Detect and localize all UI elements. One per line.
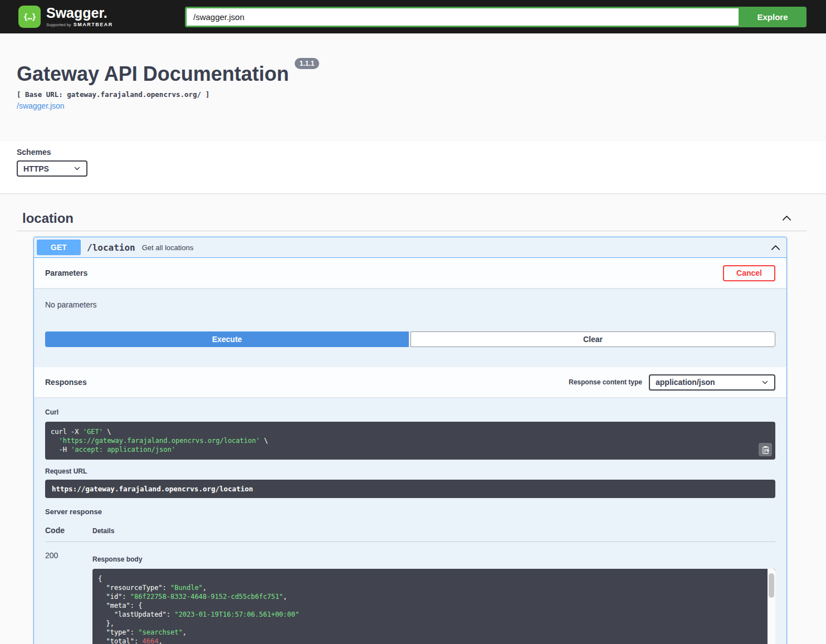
code-column-header: Code (45, 526, 92, 535)
curl-label: Curl (45, 408, 775, 416)
operation-collapse-button[interactable] (770, 242, 781, 253)
response-body-label: Response body (92, 555, 775, 563)
tag-section-location: location GET /location Get all locations… (0, 193, 826, 644)
response-body-code: { "resourceType": "Bundle", "id": "86f22… (98, 574, 762, 644)
schemes-selected-value: HTTPS (23, 164, 49, 173)
execute-wrapper: Execute Clear (34, 331, 786, 367)
responses-content: Curl curl -X 'GET' \ 'https://gateway.fa… (34, 397, 786, 644)
supported-by: Supported by SMARTBEAR (46, 22, 113, 27)
brand-name: Swagger. (46, 6, 113, 20)
version-badge: 1.1.1 (295, 58, 320, 69)
scrollbar-thumb[interactable] (769, 573, 774, 598)
scrollbar-track[interactable] (768, 569, 775, 644)
request-url-value: https://gateway.farajaland.opencrvs.org/… (45, 480, 775, 498)
api-title-text: Gateway API Documentation (17, 62, 289, 85)
details-column-header: Details (92, 526, 114, 535)
operation-path: /location (87, 242, 135, 253)
page-title: Gateway API Documentation1.1.1 (17, 62, 807, 86)
cancel-button[interactable]: Cancel (723, 265, 775, 281)
brand-text: Swagger. Supported by SMARTBEAR (46, 6, 113, 27)
no-parameters-text: No parameters (45, 300, 97, 309)
parameters-content: No parameters (34, 288, 786, 331)
response-content-type-label: Response content type (569, 378, 642, 386)
tag-title: location (22, 211, 74, 226)
copy-to-clipboard-button[interactable] (759, 443, 772, 456)
schemes-label: Schemes (17, 148, 809, 157)
tag-header-location[interactable]: location (17, 206, 807, 231)
method-badge: GET (37, 240, 81, 255)
response-content-type-wrap: Response content type application/json (569, 374, 775, 391)
chevron-down-icon (761, 379, 769, 386)
response-row-200: 200 Response body { "resourceType": "Bun… (45, 542, 775, 644)
swagger-logo-icon: {…} (18, 6, 41, 28)
spec-url-form: Explore (185, 7, 807, 27)
response-content-type-select[interactable]: application/json (649, 374, 775, 391)
chevron-up-icon (781, 213, 792, 223)
execute-button[interactable]: Execute (45, 331, 409, 347)
base-url: [ Base URL: gateway.farajaland.opencrvs.… (17, 90, 807, 99)
chevron-down-icon (74, 165, 81, 172)
responses-header: Responses Response content type applicat… (34, 367, 786, 397)
server-response-table: Code Details 200 Response body { "resour… (45, 520, 775, 644)
request-url-label: Request URL (45, 467, 775, 475)
explore-button[interactable]: Explore (739, 7, 807, 27)
parameters-header: Parameters Cancel (34, 258, 786, 288)
info-section: Gateway API Documentation1.1.1 [ Base UR… (0, 33, 826, 110)
curl-code: curl -X 'GET' \ 'https://gateway.farajal… (51, 427, 770, 454)
clipboard-icon (761, 446, 770, 454)
response-details-cell: Response body { "resourceType": "Bundle"… (92, 551, 775, 644)
swagger-brand: {…} Swagger. Supported by SMARTBEAR (18, 6, 113, 28)
server-response-label: Server response (45, 508, 775, 516)
topbar: {…} Swagger. Supported by SMARTBEAR Expl… (0, 0, 826, 33)
responses-title: Responses (45, 378, 87, 387)
chevron-up-icon (770, 242, 781, 253)
operation-summary-row[interactable]: GET /location Get all locations (34, 237, 786, 258)
supported-by-prefix: Supported by (46, 22, 71, 27)
spec-json-link[interactable]: /swagger.json (17, 101, 807, 110)
response-table-header: Code Details (45, 520, 775, 542)
schemes-select[interactable]: HTTPS (17, 160, 87, 177)
status-code: 200 (45, 551, 92, 644)
response-content-type-value: application/json (656, 378, 715, 387)
scheme-container: Schemes HTTPS (0, 141, 826, 193)
operation-summary: Get all locations (142, 243, 194, 252)
spec-url-input[interactable] (185, 7, 739, 27)
smartbear-wordmark: SMARTBEAR (74, 22, 113, 27)
curl-block: curl -X 'GET' \ 'https://gateway.farajal… (45, 422, 775, 460)
response-body-block: { "resourceType": "Bundle", "id": "86f22… (92, 569, 775, 644)
clear-button[interactable]: Clear (410, 331, 775, 347)
opblock-get-location: GET /location Get all locations Paramete… (33, 237, 787, 644)
parameters-title: Parameters (45, 269, 87, 277)
